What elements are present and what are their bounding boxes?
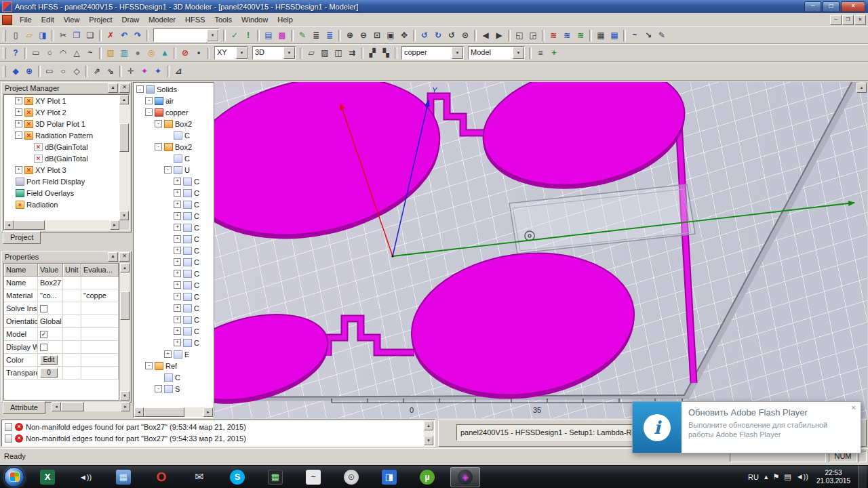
tree-air[interactable]: -air — [134, 95, 213, 106]
previous-view-icon[interactable]: ◀ — [479, 29, 492, 42]
separator[interactable] — [208, 47, 210, 59]
notification-close-icon[interactable]: ✕ — [851, 404, 856, 411]
separator[interactable] — [395, 47, 397, 59]
expander-icon[interactable]: - — [145, 97, 153, 104]
separator[interactable] — [167, 66, 170, 77]
separator[interactable] — [119, 66, 122, 77]
duplicate-icon[interactable]: ⇉ — [345, 47, 359, 60]
expander-icon[interactable]: + — [174, 304, 181, 312]
pan-icon[interactable]: ✥ — [397, 29, 411, 42]
transparent-value-button[interactable]: 0 — [40, 368, 58, 378]
taskbar-notes[interactable]: ~ — [298, 467, 328, 487]
tree-db-gain-total-1[interactable]: dB(GainTotal — [4, 141, 119, 152]
separator[interactable] — [38, 66, 41, 77]
menu-tools[interactable]: Tools — [210, 14, 237, 26]
axes-icon[interactable]: ✦ — [138, 65, 151, 78]
scroll-down-icon[interactable]: ▼ — [424, 436, 433, 445]
tree-operation[interactable]: +C — [134, 199, 213, 210]
tree-db-gain-total-2[interactable]: dB(GainTotal — [4, 152, 119, 164]
tree-operation[interactable]: +C — [134, 279, 213, 291]
select-object-icon[interactable]: ▭ — [43, 65, 56, 78]
next-view-icon[interactable]: ▶ — [492, 29, 506, 42]
delete-icon[interactable]: ✗ — [104, 29, 117, 42]
properties-header[interactable]: Properties ▴ ✕ — [2, 251, 131, 262]
expander-icon[interactable]: + — [174, 224, 181, 231]
scroll-down-icon[interactable]: ▼ — [119, 211, 129, 220]
expander-icon[interactable]: - — [164, 166, 172, 174]
separator[interactable] — [338, 30, 341, 41]
separator[interactable] — [24, 47, 27, 59]
separator[interactable] — [174, 47, 176, 59]
expander-icon[interactable]: + — [174, 293, 181, 300]
properties-vscroll[interactable]: ▲ ▼ — [120, 263, 130, 401]
separator[interactable] — [52, 30, 54, 41]
separator[interactable] — [413, 30, 416, 41]
coordinate-system-icon[interactable]: ✛ — [124, 65, 138, 78]
draw-cylinder-icon[interactable]: ▥ — [117, 47, 131, 60]
message-vscroll[interactable]: ▲ ▼ — [424, 421, 434, 445]
measure-icon[interactable]: ⊿ — [172, 65, 185, 78]
copy-icon[interactable]: ❐ — [70, 29, 83, 42]
menu-modeler[interactable]: Modeler — [144, 14, 180, 26]
property-row-material[interactable]: Material"co..."coppe — [4, 289, 119, 302]
tree-port-field-display[interactable]: Port Field Display — [4, 176, 119, 187]
property-row-display-wireframe[interactable]: Display Wi... — [4, 341, 119, 354]
draw-box-icon[interactable]: ▧ — [104, 47, 117, 60]
scroll-thumb[interactable] — [61, 402, 84, 411]
toolbar-grip[interactable] — [3, 47, 6, 59]
tree-xy-plot-2[interactable]: +XY Plot 2 — [4, 106, 119, 118]
annotate-icon[interactable]: ✎ — [655, 29, 669, 42]
menu-draw[interactable]: Draw — [117, 14, 144, 26]
tray-volume-icon[interactable]: ◄)) — [796, 472, 808, 481]
draw-rectangle-icon[interactable]: ▭ — [29, 47, 43, 60]
menu-view[interactable]: View — [59, 14, 85, 26]
orient-top-icon[interactable]: ◱ — [513, 29, 526, 42]
project-manager-header[interactable]: Project Manager ▴ ✕ — [2, 83, 131, 94]
tree-operation[interactable]: +C — [134, 210, 213, 222]
taskbar-ansoft-hfss[interactable]: ◈ — [450, 467, 480, 487]
expander-icon[interactable]: + — [15, 108, 22, 116]
separator[interactable] — [361, 47, 363, 59]
new-icon[interactable]: ▯ — [9, 29, 22, 42]
context-help-icon[interactable]: ? — [9, 47, 22, 60]
panel-collapse-icon[interactable]: ▴ — [108, 252, 118, 262]
tree-operation[interactable]: +C — [134, 291, 213, 302]
boundary-icon[interactable]: ◆ — [9, 65, 22, 78]
cut-icon[interactable]: ✂ — [56, 29, 70, 42]
taskbar-mail[interactable]: ✉ — [184, 467, 214, 487]
expander-icon[interactable]: + — [15, 120, 22, 127]
tray-show-hidden-icon[interactable]: ▴ — [764, 472, 768, 481]
rotate-view-icon[interactable]: ↻ — [431, 29, 445, 42]
scroll-up-icon[interactable]: ▲ — [120, 263, 130, 272]
tree-unite[interactable]: -U — [134, 164, 213, 176]
maximize-button[interactable]: ▢ — [823, 1, 840, 12]
language-indicator[interactable]: RU — [748, 473, 759, 481]
property-row-orientation[interactable]: OrientationGlobal — [4, 315, 119, 328]
menu-hfss[interactable]: HFSS — [180, 14, 210, 26]
taskbar-opera[interactable]: O — [146, 467, 176, 487]
draw-arc-icon[interactable]: ◠ — [56, 47, 70, 60]
expander-icon[interactable]: + — [174, 201, 181, 208]
property-row-model[interactable]: Model✓ — [4, 328, 119, 341]
color-edit-button[interactable]: Edit — [40, 355, 58, 365]
separator[interactable] — [291, 30, 294, 41]
paste-icon[interactable]: ❏ — [83, 29, 97, 42]
grid-settings-icon[interactable]: ▦ — [608, 29, 621, 42]
scroll-left-icon[interactable]: ◄ — [134, 407, 144, 417]
minimize-button[interactable]: ─ — [804, 1, 821, 12]
separator[interactable] — [85, 66, 88, 77]
project-tree-vscroll[interactable]: ▲ ▼ — [119, 95, 129, 220]
expander-icon[interactable]: + — [174, 258, 181, 266]
expander-icon[interactable]: - — [155, 143, 162, 150]
results-icon[interactable]: ≣ — [309, 29, 323, 42]
start-button[interactable] — [4, 467, 24, 487]
edit-sources-icon[interactable]: ✎ — [296, 29, 309, 42]
message-row[interactable]: Non-manifold edges found for part "Box27… — [3, 421, 423, 432]
model-checkbox[interactable]: ✓ — [40, 331, 47, 338]
menu-file[interactable]: File — [15, 14, 37, 26]
draw-circle-icon[interactable]: ○ — [43, 47, 56, 60]
scroll-up-icon[interactable]: ▲ — [119, 95, 129, 104]
tree-operation[interactable]: +C — [134, 302, 213, 314]
rotate-model-icon[interactable]: ↺ — [418, 29, 431, 42]
layers-blue-icon[interactable]: ≋ — [560, 29, 574, 42]
